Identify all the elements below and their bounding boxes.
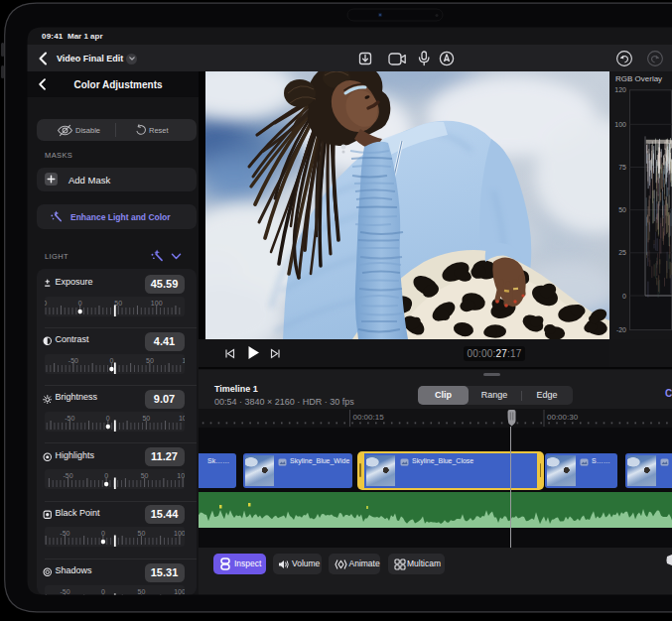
- svg-text:50: 50: [142, 414, 150, 421]
- svg-text:-50: -50: [60, 530, 69, 537]
- svg-text:0: 0: [101, 587, 105, 594]
- svg-text:100: 100: [151, 299, 163, 306]
- svg-text:0: 0: [104, 472, 108, 479]
- svg-text:-50: -50: [65, 414, 74, 421]
- svg-text:75: 75: [618, 164, 626, 171]
- svg-text:120: 120: [614, 86, 626, 93]
- svg-text:100: 100: [614, 121, 626, 128]
- svg-text:0: 0: [78, 299, 82, 306]
- svg-text:25: 25: [618, 249, 626, 256]
- svg-text:-50: -50: [64, 472, 73, 479]
- svg-text:100: 100: [174, 530, 184, 537]
- svg-text:50: 50: [618, 206, 626, 213]
- svg-text:0: 0: [101, 530, 105, 537]
- svg-text:100: 100: [179, 414, 185, 421]
- svg-text:-20: -20: [616, 326, 626, 333]
- svg-text:50: 50: [138, 530, 146, 537]
- svg-text:50: 50: [138, 587, 146, 594]
- svg-text:100: 100: [183, 356, 185, 363]
- svg-text:0: 0: [109, 356, 113, 363]
- svg-text:-50: -50: [68, 356, 78, 363]
- svg-text:50: 50: [114, 299, 122, 306]
- svg-text:-50: -50: [45, 299, 47, 306]
- svg-text:0: 0: [106, 414, 110, 421]
- svg-text:50: 50: [141, 472, 149, 479]
- svg-text:-50: -50: [60, 587, 69, 594]
- svg-text:0: 0: [622, 293, 626, 300]
- svg-text:100: 100: [174, 587, 184, 594]
- svg-text:50: 50: [146, 356, 154, 363]
- svg-text:100: 100: [177, 472, 184, 479]
